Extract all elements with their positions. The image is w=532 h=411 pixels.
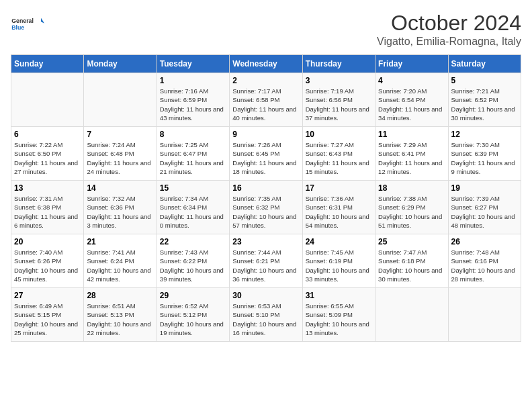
calendar-cell: 11Sunrise: 7:29 AMSunset: 6:41 PMDayligh… xyxy=(375,127,448,181)
day-info: Sunrise: 7:38 AMSunset: 6:29 PMDaylight:… xyxy=(378,194,445,230)
calendar-cell: 2Sunrise: 7:17 AMSunset: 6:58 PMDaylight… xyxy=(230,73,302,127)
svg-marker-2 xyxy=(41,18,44,24)
day-number: 5 xyxy=(451,76,518,85)
day-info: Sunrise: 7:31 AMSunset: 6:38 PMDaylight:… xyxy=(14,194,81,230)
day-info: Sunrise: 7:34 AMSunset: 6:34 PMDaylight:… xyxy=(160,194,226,230)
day-number: 29 xyxy=(160,291,226,300)
calendar-cell xyxy=(84,73,157,127)
day-info: Sunrise: 7:41 AMSunset: 6:24 PMDaylight:… xyxy=(87,248,153,283)
day-info: Sunrise: 7:40 AMSunset: 6:26 PMDaylight:… xyxy=(14,248,81,283)
calendar-cell: 4Sunrise: 7:20 AMSunset: 6:54 PMDaylight… xyxy=(375,73,448,127)
day-number: 19 xyxy=(451,183,518,193)
day-number: 30 xyxy=(232,291,299,300)
day-info: Sunrise: 6:51 AMSunset: 5:13 PMDaylight:… xyxy=(87,302,153,337)
weekday-header: Tuesday xyxy=(157,55,229,73)
calendar-cell: 6Sunrise: 7:22 AMSunset: 6:50 PMDaylight… xyxy=(11,127,84,181)
weekday-header: Monday xyxy=(84,55,157,73)
day-info: Sunrise: 7:22 AMSunset: 6:50 PMDaylight:… xyxy=(14,140,81,176)
calendar-cell: 5Sunrise: 7:21 AMSunset: 6:52 PMDaylight… xyxy=(448,73,521,127)
calendar-cell: 18Sunrise: 7:38 AMSunset: 6:29 PMDayligh… xyxy=(375,181,448,234)
day-info: Sunrise: 6:52 AMSunset: 5:12 PMDaylight:… xyxy=(160,302,226,337)
calendar-cell: 20Sunrise: 7:40 AMSunset: 6:26 PMDayligh… xyxy=(11,234,84,288)
day-number: 11 xyxy=(378,130,445,139)
day-number: 20 xyxy=(14,237,81,246)
calendar-cell: 16Sunrise: 7:35 AMSunset: 6:32 PMDayligh… xyxy=(230,181,302,234)
day-number: 17 xyxy=(306,183,372,193)
logo: General Blue xyxy=(11,11,44,38)
day-number: 25 xyxy=(378,237,445,246)
day-info: Sunrise: 7:47 AMSunset: 6:18 PMDaylight:… xyxy=(378,248,445,283)
day-number: 26 xyxy=(451,237,518,246)
calendar-cell: 21Sunrise: 7:41 AMSunset: 6:24 PMDayligh… xyxy=(84,234,157,288)
day-number: 16 xyxy=(232,183,299,193)
calendar-week-row: 27Sunrise: 6:49 AMSunset: 5:15 PMDayligh… xyxy=(11,288,521,342)
calendar-cell xyxy=(448,288,521,342)
day-number: 4 xyxy=(378,76,445,85)
calendar-cell: 14Sunrise: 7:32 AMSunset: 6:36 PMDayligh… xyxy=(84,181,157,234)
day-info: Sunrise: 7:20 AMSunset: 6:54 PMDaylight:… xyxy=(378,87,445,122)
calendar-cell: 1Sunrise: 7:16 AMSunset: 6:59 PMDaylight… xyxy=(157,73,229,127)
calendar-cell: 29Sunrise: 6:52 AMSunset: 5:12 PMDayligh… xyxy=(157,288,229,342)
calendar-cell xyxy=(11,73,84,127)
day-number: 3 xyxy=(306,76,372,85)
day-info: Sunrise: 7:17 AMSunset: 6:58 PMDaylight:… xyxy=(232,87,299,122)
calendar-table: SundayMondayTuesdayWednesdayThursdayFrid… xyxy=(11,54,521,342)
day-info: Sunrise: 7:25 AMSunset: 6:47 PMDaylight:… xyxy=(160,140,226,176)
month-title: October 2024 xyxy=(377,11,521,36)
day-info: Sunrise: 7:29 AMSunset: 6:41 PMDaylight:… xyxy=(378,140,445,176)
day-info: Sunrise: 7:32 AMSunset: 6:36 PMDaylight:… xyxy=(87,194,153,230)
weekday-header: Saturday xyxy=(448,55,521,73)
calendar-cell: 13Sunrise: 7:31 AMSunset: 6:38 PMDayligh… xyxy=(11,181,84,234)
day-number: 18 xyxy=(378,183,445,193)
day-info: Sunrise: 7:16 AMSunset: 6:59 PMDaylight:… xyxy=(160,87,226,122)
calendar-cell: 24Sunrise: 7:45 AMSunset: 6:19 PMDayligh… xyxy=(302,234,375,288)
day-number: 8 xyxy=(160,130,226,139)
calendar-cell: 8Sunrise: 7:25 AMSunset: 6:47 PMDaylight… xyxy=(157,127,229,181)
title-block: October 2024 Vigatto, Emilia-Romagna, It… xyxy=(377,11,521,48)
day-info: Sunrise: 7:27 AMSunset: 6:43 PMDaylight:… xyxy=(306,140,372,176)
calendar-week-row: 20Sunrise: 7:40 AMSunset: 6:26 PMDayligh… xyxy=(11,234,521,288)
day-info: Sunrise: 7:48 AMSunset: 6:16 PMDaylight:… xyxy=(451,248,518,283)
calendar-cell: 17Sunrise: 7:36 AMSunset: 6:31 PMDayligh… xyxy=(302,181,375,234)
calendar-cell: 12Sunrise: 7:30 AMSunset: 6:39 PMDayligh… xyxy=(448,127,521,181)
day-info: Sunrise: 7:30 AMSunset: 6:39 PMDaylight:… xyxy=(451,140,518,176)
day-number: 15 xyxy=(160,183,226,193)
day-number: 6 xyxy=(14,130,81,139)
calendar-cell: 22Sunrise: 7:43 AMSunset: 6:22 PMDayligh… xyxy=(157,234,229,288)
day-number: 28 xyxy=(87,291,153,300)
day-number: 14 xyxy=(87,183,153,193)
calendar-cell: 30Sunrise: 6:53 AMSunset: 5:10 PMDayligh… xyxy=(230,288,302,342)
weekday-header: Sunday xyxy=(11,55,84,73)
day-number: 23 xyxy=(232,237,299,246)
day-info: Sunrise: 7:35 AMSunset: 6:32 PMDaylight:… xyxy=(232,194,299,230)
location-title: Vigatto, Emilia-Romagna, Italy xyxy=(377,36,521,48)
calendar-cell: 10Sunrise: 7:27 AMSunset: 6:43 PMDayligh… xyxy=(302,127,375,181)
calendar-cell: 19Sunrise: 7:39 AMSunset: 6:27 PMDayligh… xyxy=(448,181,521,234)
day-info: Sunrise: 7:45 AMSunset: 6:19 PMDaylight:… xyxy=(306,248,372,283)
calendar-week-row: 6Sunrise: 7:22 AMSunset: 6:50 PMDaylight… xyxy=(11,127,521,181)
day-number: 21 xyxy=(87,237,153,246)
day-info: Sunrise: 7:36 AMSunset: 6:31 PMDaylight:… xyxy=(306,194,372,230)
calendar-cell: 3Sunrise: 7:19 AMSunset: 6:56 PMDaylight… xyxy=(302,73,375,127)
day-number: 7 xyxy=(87,130,153,139)
calendar-cell: 31Sunrise: 6:55 AMSunset: 5:09 PMDayligh… xyxy=(302,288,375,342)
day-info: Sunrise: 6:49 AMSunset: 5:15 PMDaylight:… xyxy=(14,302,81,337)
svg-text:Blue: Blue xyxy=(11,24,24,31)
day-number: 13 xyxy=(14,183,81,193)
day-number: 22 xyxy=(160,237,226,246)
logo-svg: General Blue xyxy=(11,11,44,38)
calendar-cell: 23Sunrise: 7:44 AMSunset: 6:21 PMDayligh… xyxy=(230,234,302,288)
day-number: 1 xyxy=(160,76,226,85)
weekday-header: Thursday xyxy=(302,55,375,73)
day-number: 12 xyxy=(451,130,518,139)
calendar-cell: 25Sunrise: 7:47 AMSunset: 6:18 PMDayligh… xyxy=(375,234,448,288)
weekday-header: Friday xyxy=(375,55,448,73)
calendar-cell: 28Sunrise: 6:51 AMSunset: 5:13 PMDayligh… xyxy=(84,288,157,342)
day-info: Sunrise: 7:19 AMSunset: 6:56 PMDaylight:… xyxy=(306,87,372,122)
calendar-week-row: 13Sunrise: 7:31 AMSunset: 6:38 PMDayligh… xyxy=(11,181,521,234)
calendar-cell: 27Sunrise: 6:49 AMSunset: 5:15 PMDayligh… xyxy=(11,288,84,342)
day-info: Sunrise: 7:26 AMSunset: 6:45 PMDaylight:… xyxy=(232,140,299,176)
weekday-header: Wednesday xyxy=(230,55,302,73)
calendar-cell: 26Sunrise: 7:48 AMSunset: 6:16 PMDayligh… xyxy=(448,234,521,288)
calendar-cell: 15Sunrise: 7:34 AMSunset: 6:34 PMDayligh… xyxy=(157,181,229,234)
